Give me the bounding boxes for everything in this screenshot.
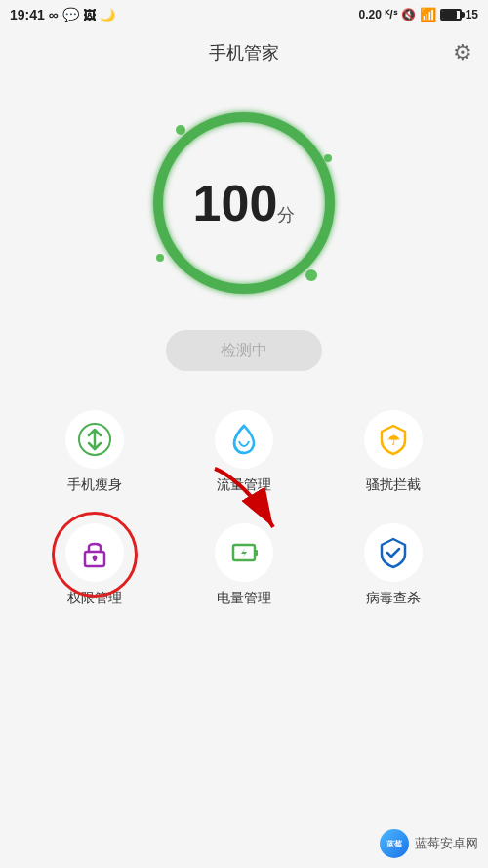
svg-line-28 <box>277 278 280 285</box>
svg-line-6 <box>277 121 280 128</box>
svg-line-19 <box>324 220 332 222</box>
battery-percent: 15 <box>466 8 478 21</box>
svg-line-45 <box>156 220 164 222</box>
svg-line-22 <box>315 244 322 248</box>
svg-line-43 <box>162 236 169 239</box>
svg-line-51 <box>162 167 169 170</box>
svg-line-61 <box>234 114 235 122</box>
svg-line-41 <box>172 251 178 256</box>
infinity-icon: ∞ <box>49 7 59 22</box>
svg-line-57 <box>199 125 203 132</box>
status-right: 0.20 ᴷ/ˢ 🔇 📶 15 <box>359 7 478 22</box>
svg-text:☂: ☂ <box>387 433 400 448</box>
virus-label: 病毒查杀 <box>366 590 421 607</box>
brand-logo-text: 蓝莓 <box>386 839 402 849</box>
image-icon: 🖼 <box>83 8 96 22</box>
top-bar: 手机管家 ⚙ <box>0 29 488 76</box>
settings-gear-icon[interactable]: ⚙ <box>453 40 472 65</box>
svg-line-42 <box>166 244 173 248</box>
svg-line-52 <box>166 158 173 162</box>
svg-line-31 <box>253 285 254 293</box>
score-value: 100 <box>193 175 278 231</box>
traffic-manage-icon <box>226 422 262 457</box>
brand-name: 蓝莓安卓网 <box>415 835 478 852</box>
network-speed: 0.20 ᴷ/ˢ <box>359 8 397 21</box>
virus-icon <box>376 535 411 570</box>
phone-slim-icon-wrap <box>65 410 124 469</box>
svg-line-49 <box>156 185 164 186</box>
svg-line-53 <box>172 150 178 155</box>
svg-line-35 <box>217 281 219 289</box>
svg-line-33 <box>234 285 235 293</box>
svg-line-54 <box>178 143 183 147</box>
svg-line-4 <box>261 115 263 123</box>
status-left: 19:41 ∞ 💬 🖼 🌙 <box>10 7 115 22</box>
svg-line-12 <box>315 158 322 162</box>
svg-line-56 <box>191 131 196 137</box>
status-bar: 19:41 ∞ 💬 🖼 🌙 0.20 ᴷ/ˢ 🔇 📶 15 <box>0 0 488 29</box>
signal-icon: 📶 <box>420 7 436 22</box>
svg-line-58 <box>208 121 211 128</box>
svg-line-37 <box>199 274 203 281</box>
svg-line-20 <box>322 228 330 230</box>
svg-line-39 <box>183 264 188 269</box>
svg-line-18 <box>326 212 334 213</box>
traffic-manage-icon-wrap <box>215 410 273 469</box>
message-icon: 💬 <box>62 7 79 22</box>
svg-line-23 <box>310 251 316 256</box>
svg-line-13 <box>319 167 326 170</box>
power-icon <box>226 535 262 570</box>
svg-line-55 <box>183 137 188 143</box>
svg-line-9 <box>299 137 304 143</box>
check-button[interactable]: 检测中 <box>166 330 322 371</box>
svg-line-29 <box>269 281 271 289</box>
feature-item-virus[interactable]: 病毒查杀 <box>319 523 468 607</box>
svg-line-27 <box>285 274 289 281</box>
svg-line-14 <box>322 176 330 178</box>
feature-item-phone-slim[interactable]: 手机瘦身 <box>20 410 169 494</box>
svg-line-26 <box>292 269 297 275</box>
svg-line-3 <box>253 114 254 122</box>
harassment-icon: ☂ <box>376 422 411 457</box>
svg-line-60 <box>225 115 227 123</box>
svg-line-21 <box>319 236 326 239</box>
virus-icon-wrap <box>364 523 423 582</box>
feature-item-traffic-manage[interactable]: 流量管理 <box>169 410 318 494</box>
svg-line-25 <box>299 264 304 269</box>
check-button-label: 检测中 <box>221 341 267 361</box>
score-unit: 分 <box>277 205 295 225</box>
permission-icon-wrap <box>65 523 124 582</box>
svg-line-30 <box>261 283 263 291</box>
harassment-icon-wrap: ☂ <box>364 410 423 469</box>
feature-item-permission[interactable]: 权限管理 <box>20 523 169 607</box>
volume-icon: 🔇 <box>401 8 416 21</box>
power-label: 电量管理 <box>217 590 271 607</box>
svg-rect-66 <box>93 558 96 561</box>
permission-icon <box>77 535 112 570</box>
permission-label: 权限管理 <box>67 590 122 607</box>
svg-line-48 <box>155 193 163 194</box>
battery-icon <box>440 9 462 21</box>
main-content: 100分 检测中 手机瘦身 <box>0 76 488 607</box>
moon-icon: 🌙 <box>100 8 115 22</box>
svg-line-59 <box>217 118 219 126</box>
svg-line-24 <box>305 258 310 263</box>
page-title: 手机管家 <box>209 41 279 64</box>
feature-item-harassment[interactable]: ☂ 骚扰拦截 <box>319 410 468 494</box>
brand-logo: 蓝莓 <box>380 829 409 858</box>
harassment-label: 骚扰拦截 <box>366 476 421 494</box>
svg-line-11 <box>310 150 316 155</box>
svg-line-10 <box>305 143 310 147</box>
svg-line-16 <box>326 193 334 194</box>
svg-line-5 <box>269 118 271 126</box>
phone-slim-label: 手机瘦身 <box>67 476 122 494</box>
svg-line-44 <box>159 228 167 230</box>
svg-line-34 <box>225 283 227 291</box>
svg-line-38 <box>191 269 196 275</box>
svg-line-7 <box>285 125 289 132</box>
status-time: 19:41 <box>10 7 45 22</box>
svg-line-15 <box>324 185 332 186</box>
traffic-manage-label: 流量管理 <box>217 476 271 494</box>
feature-item-power[interactable]: 电量管理 <box>169 523 318 607</box>
feature-grid: 手机瘦身 流量管理 ☂ 骚扰拦截 <box>0 410 488 607</box>
